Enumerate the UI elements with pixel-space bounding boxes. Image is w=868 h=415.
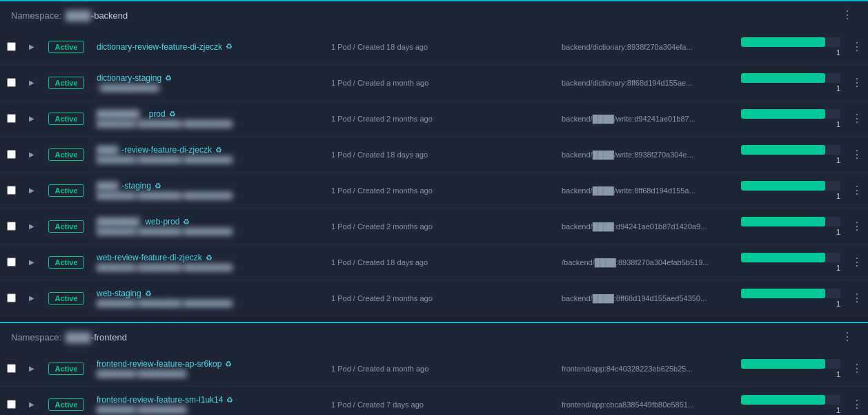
namespace-section: Namespace: ████-backend ⋮ ▶ Active di [0,0,868,316]
row-status-col: Active [41,209,91,244]
row-pods-col: 1 Pod / Created a month ago [326,351,556,386]
row-more-button[interactable]: ⋮ [847,255,867,269]
play-button[interactable]: ▶ [28,113,36,124]
row-checkbox[interactable] [7,364,16,373]
row-more-button[interactable]: ⋮ [847,362,867,376]
row-more-button[interactable]: ⋮ [847,184,867,197]
row-more-button[interactable]: ⋮ [847,148,867,162]
row-name-col: ████-review-feature-di-zjeczk ♻ ████████… [91,137,326,172]
row-checkbox[interactable] [7,222,16,231]
deployment-row: ▶ Active ████████ prod ♻ ████████ ██████… [0,101,868,137]
row-more-button[interactable]: ⋮ [847,291,867,305]
namespace-header-left: Namespace: ████-backend [11,10,128,21]
play-button[interactable]: ▶ [28,399,36,409]
row-pods-col: 1 Pod / Created 2 months ago [326,209,556,244]
deployment-name-link[interactable]: web-staging ♻ [97,289,320,298]
deployment-name-link[interactable]: dictionary-review-feature-di-zjeczk ♻ [97,42,320,52]
play-button[interactable]: ▶ [28,41,36,52]
progress-fill [741,145,825,155]
row-status-col: Active [41,244,91,280]
row-pods-col: 1 Pod / Created 18 days ago [326,29,556,64]
row-checkbox[interactable] [7,78,16,87]
namespace-more-button[interactable]: ⋮ [838,330,857,344]
row-name-col: ████████ web-prod ♻ ████████ █████████ █… [91,209,326,244]
row-checkbox[interactable] [7,42,16,51]
play-button[interactable]: ▶ [28,363,36,374]
row-actions-col: ⋮ [846,101,868,136]
deployment-name-link[interactable]: frontend-review-feature-ap-sr6kop ♻ [97,359,320,369]
deployment-name-link[interactable]: ████████ web-prod ♻ [97,217,320,226]
play-button[interactable]: ▶ [28,293,36,303]
play-button[interactable]: ▶ [28,185,36,195]
pod-count: 1 [741,120,840,128]
row-status-col: Active [41,280,91,316]
progress-track [741,73,840,83]
row-checkbox[interactable] [7,258,16,267]
status-badge: Active [48,41,83,53]
image-ref: backend/████/write:8ff68d194d155a... [562,186,696,195]
play-button[interactable]: ▶ [28,221,36,231]
row-actions-col: ⋮ [846,29,868,64]
row-more-button[interactable]: ⋮ [847,398,867,412]
row-image-col: backend/dictionary:8ff68d194d155ae... [556,65,736,100]
deployment-name-link[interactable]: frontend-review-feature-sm-l1uk14 ♻ [97,395,320,405]
namespace-header: Namespace: ████-backend ⋮ [0,0,868,29]
deployment-row: ▶ Active web-staging ♻ ████████ ████████… [0,280,868,316]
pods-info: 1 Pod / Created 2 months ago [331,294,551,302]
image-ref: frontend/app:84c40328223eb625b25... [562,365,693,373]
row-name-col: web-staging ♻ ████████ █████████ ███████… [91,280,326,316]
row-bar-col: 1 [736,173,846,208]
row-pods-col: 1 Pod / Created 2 months ago [326,101,556,136]
pod-count: 1 [741,228,840,236]
progress-track [741,253,840,262]
play-button[interactable]: ▶ [28,77,36,88]
row-actions-col: ⋮ [846,209,868,244]
recycle-icon: ♻ [155,182,161,191]
row-checkbox[interactable] [7,150,16,159]
row-image-col: /backend/████:8938f270a304efab5b519... [556,244,736,280]
status-badge: Active [48,292,83,305]
row-checkbox[interactable] [7,400,16,409]
row-name-col: ████████ prod ♻ ████████ █████████ █████… [91,101,326,136]
deployment-row: ▶ Active ████-staging ♻ ████████ ███████… [0,173,868,209]
deployment-name-link[interactable]: ████-review-feature-di-zjeczk ♻ [97,145,320,155]
play-button[interactable]: ▶ [28,149,36,160]
row-bar-col: 1 [736,137,846,172]
row-pods-col: 1 Pod / Created 2 months ago [326,280,556,316]
row-actions-col: ⋮ [846,137,868,172]
pods-info: 1 Pod / Created 18 days ago [331,43,551,51]
image-ref: backend/dictionary:8938f270a304efa... [562,43,693,51]
deployment-name-link[interactable]: ████-staging ♻ [97,181,320,191]
row-more-button[interactable]: ⋮ [847,112,867,126]
row-checkbox[interactable] [7,114,16,123]
deployment-name-link[interactable]: dictionary-staging ♻ [97,73,320,83]
recycle-icon: ♻ [145,289,152,298]
row-play-col: ▶ [22,101,41,136]
row-image-col: backend/████/write:8ff68d194d155a... [556,173,736,208]
row-actions-col: ⋮ [846,280,868,316]
row-checkbox-col [0,280,22,316]
status-badge: Active [48,77,83,89]
row-checkbox[interactable] [7,186,16,195]
row-status-col: Active [41,387,91,415]
play-button[interactable]: ▶ [28,257,36,267]
progress-fill [741,37,825,47]
deployment-name-link[interactable]: web-review-feature-di-zjeczk ♻ [97,253,320,262]
row-name-col: frontend-review-feature-ap-sr6kop ♻ ████… [91,351,326,386]
row-more-button[interactable]: ⋮ [847,40,867,54]
row-bar-col: 1 [736,280,846,316]
row-play-col: ▶ [22,387,41,415]
pod-count: 1 [741,264,840,272]
row-status-col: Active [41,29,91,64]
row-more-button[interactable]: ⋮ [847,220,867,233]
pods-info: 1 Pod / Created 7 days ago [331,400,551,409]
recycle-icon: ♻ [225,360,232,369]
recycle-icon: ♻ [226,396,233,405]
namespace-more-button[interactable]: ⋮ [838,8,857,22]
row-more-button[interactable]: ⋮ [847,76,867,90]
deployment-name-link[interactable]: ████████ prod ♻ [97,109,320,119]
progress-track [741,217,840,226]
row-checkbox[interactable] [7,293,16,302]
pod-count: 1 [741,156,840,164]
row-actions-col: ⋮ [846,173,868,208]
